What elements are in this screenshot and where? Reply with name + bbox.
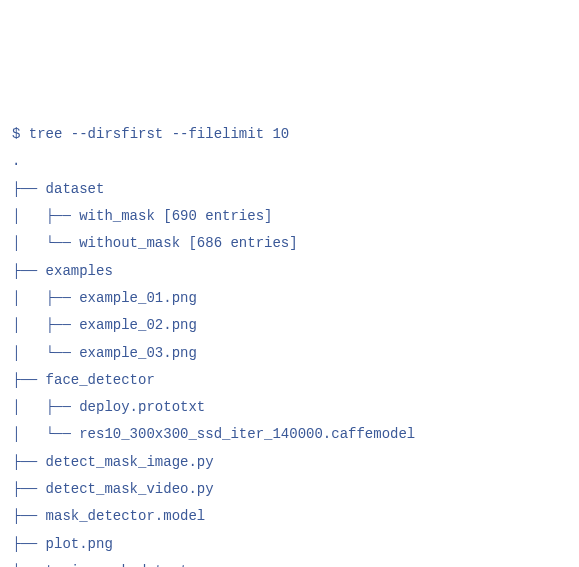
command-line: $ tree --dirsfirst --filelimit 10: [12, 121, 567, 148]
prompt-symbol: $: [12, 126, 20, 142]
tree-root: .: [12, 148, 567, 175]
command-text: tree --dirsfirst --filelimit 10: [29, 126, 289, 142]
tree-body: ├── dataset │ ├── with_mask [690 entries…: [12, 181, 415, 567]
